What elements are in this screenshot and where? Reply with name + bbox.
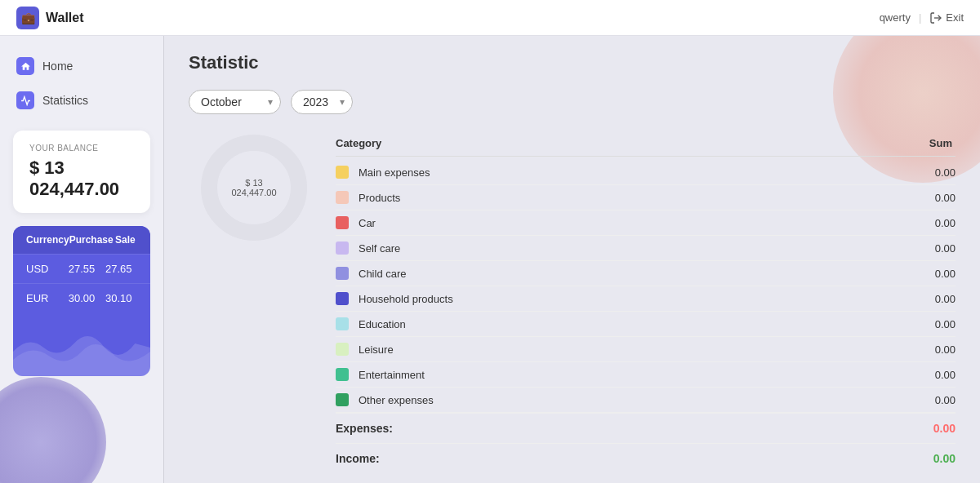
- statistic-title: Statistic: [189, 52, 956, 73]
- category-sum: 0.00: [935, 394, 956, 406]
- income-row: Income: 0.00: [336, 443, 956, 473]
- category-row: Household products0.00: [336, 286, 956, 312]
- category-color: [336, 317, 349, 330]
- col-purchase: Purchase: [69, 234, 114, 246]
- category-name: Household products: [359, 293, 929, 305]
- income-value: 0.00: [933, 452, 956, 465]
- category-name: Education: [359, 318, 929, 330]
- exit-icon: [929, 11, 942, 24]
- sidebar-statistics-label: Statistics: [42, 94, 88, 107]
- category-row: Main expenses0.00: [336, 160, 956, 185]
- currency-eur: EUR: [26, 292, 63, 304]
- purchase-eur: 30.00: [63, 292, 100, 304]
- category-name: Main expenses: [359, 166, 929, 179]
- category-name: Self care: [359, 242, 929, 255]
- right-panel: Statistic January February March April M…: [164, 36, 980, 483]
- col-currency: Currency: [26, 234, 69, 246]
- main-layout: Home Statistics YOUR BALANCE $ 13 024,44…: [0, 36, 980, 483]
- category-name: Car: [359, 217, 929, 229]
- blob-purple: [0, 377, 106, 483]
- sidebar-item-home[interactable]: Home: [0, 49, 163, 83]
- category-color: [336, 267, 349, 280]
- category-table: Category Sum Main expenses0.00Products0.…: [336, 131, 956, 473]
- col-sum-header: Sum: [929, 137, 956, 149]
- category-row: Self care0.00: [336, 236, 956, 261]
- col-sale: Sale: [114, 234, 137, 246]
- category-sum: 0.00: [935, 343, 956, 356]
- category-sum: 0.00: [935, 192, 956, 204]
- currency-row-eur: EUR 30.00 30.10: [13, 283, 150, 312]
- purchase-usd: 27.55: [63, 263, 100, 275]
- category-name: Entertainment: [359, 369, 929, 381]
- currency-header: Currency Purchase Sale: [13, 226, 150, 254]
- app-title: Wallet: [46, 11, 84, 25]
- category-color: [336, 292, 349, 305]
- category-row: Car0.00: [336, 210, 956, 236]
- category-color: [336, 393, 349, 406]
- month-select-wrapper: January February March April May June Ju…: [189, 90, 281, 114]
- sale-eur: 30.10: [100, 292, 137, 304]
- year-select-wrapper: 2021 2022 2023 2024: [291, 90, 353, 114]
- category-color: [336, 242, 349, 255]
- expenses-row: Expenses: 0.00: [336, 413, 956, 443]
- income-label: Income:: [336, 452, 380, 465]
- category-color: [336, 216, 349, 229]
- category-row: Other expenses0.00: [336, 388, 956, 413]
- category-sum: 0.00: [935, 293, 956, 305]
- sale-usd: 27.65: [100, 263, 137, 275]
- col-category-header: Category: [336, 137, 929, 149]
- category-row: Leisure0.00: [336, 337, 956, 362]
- category-name: Products: [359, 192, 929, 204]
- category-row: Products0.00: [336, 185, 956, 210]
- category-sum: 0.00: [935, 369, 956, 381]
- category-color: [336, 166, 349, 179]
- header: 💼 Wallet qwerty | Exit: [0, 0, 980, 36]
- logo: 💼 Wallet: [16, 7, 84, 29]
- expenses-label: Expenses:: [336, 422, 393, 435]
- category-sum: 0.00: [935, 242, 956, 255]
- category-sum: 0.00: [935, 318, 956, 330]
- category-name: Child care: [359, 268, 929, 280]
- sidebar: Home Statistics YOUR BALANCE $ 13 024,44…: [0, 36, 163, 483]
- donut-chart: $ 13 024,447.00: [197, 131, 311, 245]
- wallet-icon: 💼: [16, 7, 39, 29]
- sidebar-home-label: Home: [42, 60, 73, 73]
- year-select[interactable]: 2021 2022 2023 2024: [291, 90, 353, 114]
- header-right: qwerty | Exit: [880, 11, 964, 24]
- statistics-icon: [16, 91, 34, 109]
- category-row: Entertainment0.00: [336, 362, 956, 388]
- currency-row-usd: USD 27.55 27.65: [13, 254, 150, 283]
- home-icon: [16, 57, 34, 75]
- category-row: Child care0.00: [336, 261, 956, 286]
- category-name: Other expenses: [359, 394, 929, 406]
- currency-wave: [13, 319, 150, 376]
- currency-card: Currency Purchase Sale USD 27.55 27.65 E…: [13, 226, 150, 376]
- category-color: [336, 191, 349, 204]
- exit-button[interactable]: Exit: [929, 11, 964, 24]
- donut-center-label: $ 13 024,447.00: [225, 178, 283, 197]
- category-sum: 0.00: [935, 268, 956, 280]
- category-sum: 0.00: [935, 166, 956, 179]
- expenses-value: 0.00: [933, 422, 956, 435]
- sidebar-item-statistics[interactable]: Statistics: [0, 83, 163, 117]
- balance-label: YOUR BALANCE: [29, 144, 134, 153]
- category-name: Leisure: [359, 343, 929, 356]
- username: qwerty: [880, 11, 911, 24]
- exit-label: Exit: [946, 11, 964, 24]
- category-sum: 0.00: [935, 217, 956, 229]
- chart-row: $ 13 024,447.00 Category Sum Main expens…: [189, 131, 956, 473]
- category-color: [336, 343, 349, 356]
- donut-area: $ 13 024,447.00: [189, 131, 319, 245]
- filter-row: January February March April May June Ju…: [189, 90, 956, 114]
- header-divider: |: [919, 11, 921, 24]
- table-header: Category Sum: [336, 131, 956, 157]
- month-select[interactable]: January February March April May June Ju…: [189, 90, 281, 114]
- category-color: [336, 368, 349, 381]
- balance-amount: $ 13 024,447.00: [29, 157, 134, 200]
- category-rows-container: Main expenses0.00Products0.00Car0.00Self…: [336, 160, 956, 413]
- category-row: Education0.00: [336, 312, 956, 337]
- currency-usd: USD: [26, 263, 63, 275]
- balance-card: YOUR BALANCE $ 13 024,447.00: [13, 131, 150, 213]
